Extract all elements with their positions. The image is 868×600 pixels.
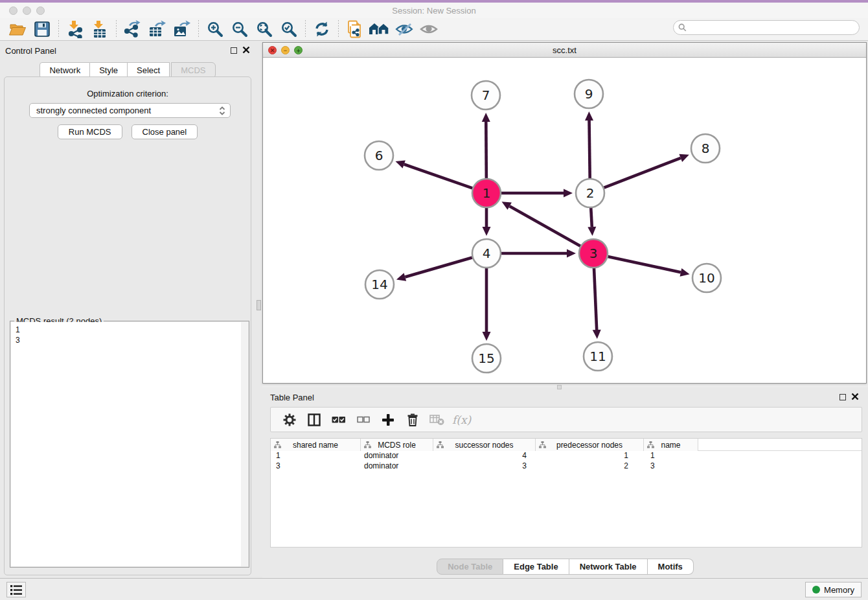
graph-node-3[interactable]: 3 bbox=[579, 239, 608, 268]
float-table-panel-icon[interactable] bbox=[839, 394, 846, 400]
graph-edge-2-8[interactable] bbox=[604, 154, 689, 188]
open-session-button[interactable] bbox=[6, 19, 29, 39]
export-network-button[interactable] bbox=[122, 19, 144, 39]
trash-icon bbox=[407, 413, 418, 426]
network-window-title: scc.txt bbox=[263, 45, 866, 55]
apply-layout-button[interactable] bbox=[311, 19, 333, 39]
network-overview-button[interactable] bbox=[369, 19, 391, 39]
column-header-label: successor nodes bbox=[455, 441, 513, 450]
delete-table-button[interactable] bbox=[428, 410, 447, 430]
table-row[interactable]: 3dominator323 bbox=[271, 461, 862, 472]
column-header-label: MCDS role bbox=[378, 441, 416, 450]
delete-column-button[interactable] bbox=[403, 410, 422, 430]
result-line: 1 bbox=[16, 325, 248, 335]
graph-node-label: 14 bbox=[371, 277, 387, 292]
toolbar-separator bbox=[198, 20, 199, 38]
table-row[interactable]: 1dominator411 bbox=[271, 451, 862, 461]
graph-edge-4-3[interactable] bbox=[501, 249, 576, 258]
column-header-successor-nodes[interactable]: successor nodes bbox=[433, 439, 536, 451]
graph-node-10[interactable]: 10 bbox=[692, 264, 721, 292]
column-header-label: predecessor nodes bbox=[556, 441, 622, 450]
table-cell: dominator bbox=[361, 461, 433, 472]
task-history-button[interactable] bbox=[6, 582, 26, 597]
columns-icon bbox=[308, 413, 321, 426]
graph-node-6[interactable]: 6 bbox=[365, 141, 393, 170]
float-panel-icon[interactable] bbox=[231, 47, 237, 54]
search-input[interactable] bbox=[689, 22, 859, 34]
run-mcds-button[interactable]: Run MCDS bbox=[58, 124, 122, 139]
tab-edge-table[interactable]: Edge Table bbox=[503, 559, 569, 575]
graph-edge-3-1[interactable] bbox=[502, 202, 580, 246]
eye-slash-icon bbox=[395, 21, 413, 37]
close-table-panel-icon[interactable] bbox=[851, 393, 859, 400]
graph-edge-1-2[interactable] bbox=[501, 189, 573, 198]
list-icon bbox=[10, 584, 23, 595]
graph-node-11[interactable]: 11 bbox=[584, 342, 612, 371]
divider-grip[interactable] bbox=[257, 300, 261, 310]
refresh-icon bbox=[314, 21, 330, 38]
deselect-all-rows-button[interactable] bbox=[354, 410, 373, 430]
graph-node-14[interactable]: 14 bbox=[365, 270, 394, 299]
column-settings-button[interactable] bbox=[280, 410, 299, 430]
graph-node-9[interactable]: 9 bbox=[575, 80, 603, 108]
show-graphics-details-button[interactable] bbox=[418, 19, 440, 39]
optimization-dropdown[interactable]: strongly connected component bbox=[29, 103, 231, 118]
graph-node-label: 9 bbox=[585, 86, 593, 102]
graph-edge-2-3[interactable] bbox=[588, 208, 596, 236]
graph-edge-3-10[interactable] bbox=[608, 257, 689, 277]
zoom-selected-button[interactable] bbox=[278, 19, 300, 39]
graph-edge-3-11[interactable] bbox=[593, 268, 601, 339]
zoom-in-button[interactable] bbox=[204, 19, 226, 39]
import-table-button[interactable] bbox=[89, 19, 111, 39]
graph-edge-1-7[interactable] bbox=[482, 113, 490, 178]
save-session-button[interactable] bbox=[31, 19, 53, 39]
graph-node-4[interactable]: 4 bbox=[472, 239, 501, 268]
graph-node-15[interactable]: 15 bbox=[472, 344, 501, 373]
memory-button[interactable]: Memory bbox=[805, 582, 862, 597]
column-header-mcds-role[interactable]: MCDS role bbox=[361, 439, 433, 451]
tab-node-table[interactable]: Node Table bbox=[437, 559, 503, 575]
graph-node-8[interactable]: 8 bbox=[691, 134, 720, 163]
column-header-shared-name[interactable]: shared name bbox=[271, 439, 361, 451]
graph-node-1[interactable]: 1 bbox=[472, 179, 501, 207]
import-network-button[interactable] bbox=[64, 19, 86, 39]
function-builder-button[interactable]: f(x) bbox=[452, 410, 471, 430]
select-all-rows-button[interactable] bbox=[329, 410, 348, 430]
export-image-button[interactable] bbox=[171, 19, 193, 39]
graph-node-label: 10 bbox=[698, 270, 714, 286]
graph-edge-4-14[interactable] bbox=[396, 257, 472, 281]
graph-node-2[interactable]: 2 bbox=[576, 179, 604, 207]
zoom-out-button[interactable] bbox=[229, 19, 251, 39]
zoom-fit-button[interactable] bbox=[253, 19, 275, 39]
node-table: shared nameMCDS rolesuccessor nodesprede… bbox=[270, 438, 862, 548]
graph-edge-1-4[interactable] bbox=[483, 208, 491, 236]
result-line: 3 bbox=[16, 335, 248, 345]
export-table-button[interactable] bbox=[146, 19, 168, 39]
graph-edge-4-15[interactable] bbox=[483, 268, 491, 341]
optimization-criterion-label: Optimization criterion: bbox=[5, 89, 251, 98]
tab-network-table[interactable]: Network Table bbox=[569, 559, 648, 575]
graph-node-label: 6 bbox=[375, 148, 383, 163]
graph-edge-2-9[interactable] bbox=[585, 111, 593, 178]
graph-node-7[interactable]: 7 bbox=[472, 81, 500, 110]
mcds-result-text[interactable]: 13 bbox=[11, 322, 248, 566]
network-window-titlebar[interactable]: ✕ − ＋ scc.txt bbox=[263, 43, 866, 58]
panel-divider[interactable] bbox=[255, 41, 262, 578]
hide-graphics-details-button[interactable] bbox=[393, 19, 415, 39]
close-panel-icon[interactable] bbox=[242, 46, 250, 54]
column-header-name[interactable]: name bbox=[644, 439, 698, 451]
tab-motifs[interactable]: Motifs bbox=[648, 559, 694, 575]
graph-edge-1-6[interactable] bbox=[395, 160, 472, 188]
network-canvas[interactable]: 1234678910111415 bbox=[263, 58, 866, 384]
result-scrollbar[interactable] bbox=[241, 322, 248, 566]
duplicate-network-button[interactable] bbox=[344, 19, 366, 39]
add-column-button[interactable] bbox=[378, 410, 398, 430]
close-panel-button[interactable]: Close panel bbox=[131, 124, 198, 139]
table-panel-header: Table Panel bbox=[262, 387, 868, 406]
column-browser-button[interactable] bbox=[304, 410, 324, 430]
application-window: Session: New Session bbox=[0, 0, 868, 600]
table-cell: 1 bbox=[644, 451, 698, 461]
column-header-predecessor-nodes[interactable]: predecessor nodes bbox=[536, 439, 644, 451]
dropdown-stepper-icon bbox=[218, 105, 226, 117]
column-header-label: name bbox=[661, 441, 680, 450]
